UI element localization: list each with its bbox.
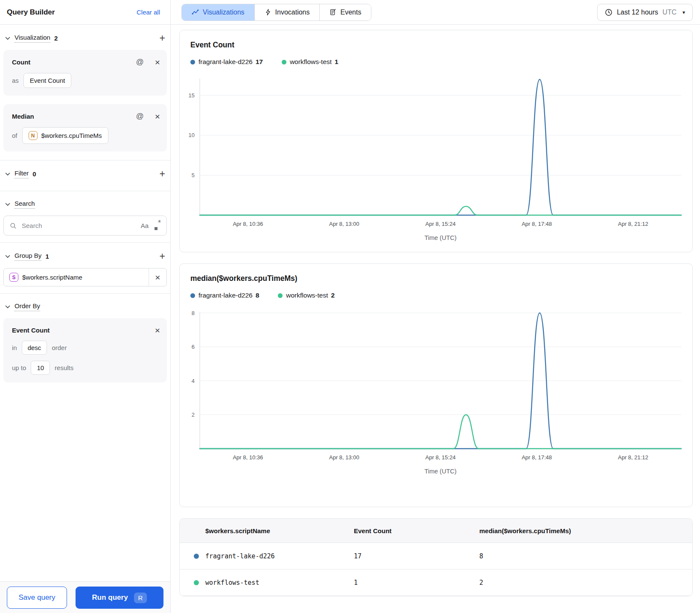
close-icon: × <box>155 58 160 67</box>
legend-item[interactable]: fragrant-lake-d2268 <box>190 292 259 299</box>
column-header-median: median($workers.cpuTimeMs) <box>479 527 692 534</box>
run-query-button[interactable]: Run query R <box>76 587 163 609</box>
table-header: $workers.scriptName Event Count median($… <box>180 519 692 543</box>
alias-at-button[interactable]: @ <box>136 112 143 121</box>
legend-series-name: workflows-test <box>286 292 328 299</box>
line-chart-icon <box>192 9 199 16</box>
main-panel: Visualizations Invocations Events <box>171 0 700 613</box>
plus-icon: + <box>160 33 165 43</box>
legend-item[interactable]: workflows-test1 <box>282 58 338 66</box>
tab-invocations[interactable]: Invocations <box>254 4 320 20</box>
chart-legend: fragrant-lake-d2268workflows-test2 <box>190 292 692 299</box>
legend-dot <box>190 293 195 298</box>
results-table: $workers.scriptName Event Count median($… <box>179 518 693 596</box>
legend-item[interactable]: workflows-test2 <box>278 292 335 299</box>
order-by-card: Event Count × in desc order up to 10 res… <box>3 318 167 382</box>
add-filter-button[interactable]: + <box>160 169 165 179</box>
alias-value: Event Count <box>30 77 65 84</box>
remove-count-button[interactable]: × <box>155 58 160 67</box>
chart-plot: 51015Apr 8, 10:36Apr 8, 13:00Apr 8, 15:2… <box>180 74 688 250</box>
svg-text:Apr 8, 17:48: Apr 8, 17:48 <box>522 221 552 227</box>
view-tabs: Visualizations Invocations Events <box>181 4 371 21</box>
clock-icon <box>605 9 612 16</box>
remove-order-by-button[interactable]: × <box>155 326 160 335</box>
chevron-down-icon[interactable] <box>5 203 10 206</box>
column-header-event-count: Event Count <box>354 527 479 534</box>
sidebar-body: Visualization 2 + Count @ × as Event Cou… <box>0 25 170 581</box>
case-sensitive-toggle[interactable]: Aa <box>141 222 149 229</box>
remove-group-by-button[interactable]: × <box>149 269 166 286</box>
median-cell: 2 <box>479 579 692 587</box>
event-count-cell: 17 <box>354 552 479 560</box>
chevron-down-icon[interactable] <box>5 305 10 309</box>
legend-series-value: 17 <box>256 58 263 66</box>
svg-text:Time (UTC): Time (UTC) <box>424 234 456 241</box>
event-count-cell: 1 <box>354 579 479 587</box>
svg-text:Apr 8, 10:36: Apr 8, 10:36 <box>233 454 263 461</box>
order-label: order <box>52 344 67 351</box>
clear-all-button[interactable]: Clear all <box>137 9 160 16</box>
save-query-button[interactable]: Save query <box>7 587 67 609</box>
search-input[interactable] <box>21 222 137 230</box>
of-label: of <box>12 132 18 139</box>
section-label-filter: Filter <box>15 169 29 178</box>
regex-toggle[interactable]: * <box>155 221 160 230</box>
topbar: Visualizations Invocations Events <box>171 0 700 25</box>
add-group-by-button[interactable]: + <box>160 251 165 261</box>
section-count-visualization: 2 <box>54 35 58 42</box>
lightning-icon <box>265 9 271 16</box>
chart-legend: fragrant-lake-d22617workflows-test1 <box>190 58 692 66</box>
at-icon: @ <box>136 112 143 121</box>
alias-at-button[interactable]: @ <box>136 58 143 67</box>
chart-title: Event Count <box>190 41 692 50</box>
tab-visualizations[interactable]: Visualizations <box>182 4 254 20</box>
legend-dot <box>278 293 283 298</box>
chevron-down-icon[interactable] <box>5 37 10 40</box>
add-visualization-button[interactable]: + <box>160 33 165 43</box>
up-to-label: up to <box>12 364 26 371</box>
event-log-icon <box>330 9 336 16</box>
limit-input[interactable]: 10 <box>31 361 50 375</box>
caret-down-icon: ▾ <box>682 9 685 15</box>
script-name-cell: workflows-test <box>205 579 259 587</box>
section-label-visualization: Visualization <box>15 34 50 43</box>
svg-text:4: 4 <box>192 378 195 384</box>
in-label: in <box>12 344 17 351</box>
remove-median-button[interactable]: × <box>155 112 160 121</box>
section-header-filter: Filter 0 + <box>0 161 170 184</box>
table-row: fragrant-lake-d226178 <box>180 543 692 569</box>
sort-direction-select[interactable]: desc <box>22 341 47 355</box>
section-label-order-by: Order By <box>15 302 40 311</box>
results-label: results <box>55 364 73 371</box>
svg-text:6: 6 <box>192 344 195 350</box>
field-value: $workers.cpuTimeMs <box>41 132 102 139</box>
main-content: Event Count fragrant-lake-d22617workflow… <box>171 25 700 596</box>
legend-dot <box>190 60 195 64</box>
tab-label: Events <box>340 9 361 16</box>
tab-events[interactable]: Events <box>319 4 371 20</box>
chart-card-event-count: Event Count fragrant-lake-d22617workflow… <box>179 30 693 252</box>
sidebar-header: Query Builder Clear all <box>0 0 170 25</box>
at-icon: @ <box>136 58 143 67</box>
chevron-down-icon[interactable] <box>5 172 10 176</box>
section-label-search: Search <box>15 200 35 209</box>
section-header-search: Search <box>0 191 170 214</box>
legend-item[interactable]: fragrant-lake-d22617 <box>190 58 263 66</box>
svg-text:Apr 8, 13:00: Apr 8, 13:00 <box>329 221 359 227</box>
column-header-script-name: $workers.scriptName <box>194 527 354 534</box>
field-value-chip[interactable]: N $workers.cpuTimeMs <box>22 127 108 144</box>
timezone-label: UTC <box>662 9 677 16</box>
order-by-field: Event Count <box>12 327 50 334</box>
svg-text:10: 10 <box>189 132 195 138</box>
close-icon: × <box>155 326 160 335</box>
svg-text:15: 15 <box>189 92 195 99</box>
section-count-group-by: 1 <box>45 253 49 260</box>
aggregation-name: Median <box>12 113 34 120</box>
aggregation-name: Count <box>12 58 30 66</box>
svg-text:5: 5 <box>192 172 195 178</box>
time-range-button[interactable]: Last 12 hours UTC ▾ <box>597 4 693 21</box>
chart-plot-area: 2468Apr 8, 10:36Apr 8, 13:00Apr 8, 15:24… <box>180 308 692 484</box>
alias-value-chip[interactable]: Event Count <box>23 73 72 88</box>
chevron-down-icon[interactable] <box>5 255 10 258</box>
chart-plot: 2468Apr 8, 10:36Apr 8, 13:00Apr 8, 15:24… <box>180 308 688 484</box>
